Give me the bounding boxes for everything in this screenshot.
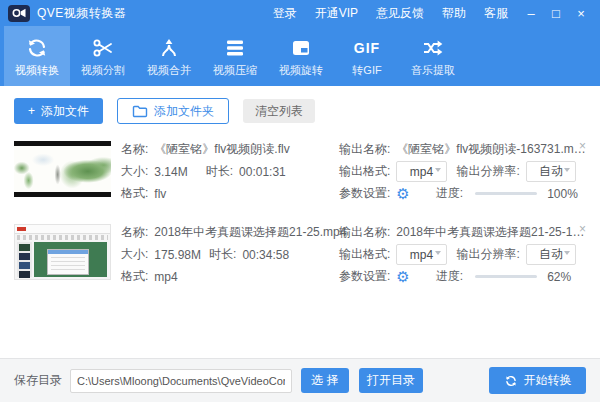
tab-label: 视频合并 xyxy=(147,63,191,78)
feedback-link[interactable]: 意见反馈 xyxy=(376,5,424,22)
progress-bar xyxy=(475,275,537,278)
save-dir-input[interactable] xyxy=(70,369,292,393)
app-window: QVE视频转换器 登录 开通VIP 意见反馈 帮助 客服 – □ × 视频转换 xyxy=(0,0,600,402)
vip-link[interactable]: 开通VIP xyxy=(315,5,358,22)
params-label: 参数设置: xyxy=(339,185,390,202)
file-size: 3.14M xyxy=(154,165,187,179)
tab-label: 视频压缩 xyxy=(213,63,257,78)
close-button[interactable]: × xyxy=(570,6,592,21)
file-size: 175.98M xyxy=(154,248,201,262)
tab-label: 视频分割 xyxy=(81,63,125,78)
tab-label: 视频旋转 xyxy=(279,63,323,78)
save-dir-label: 保存目录 xyxy=(14,372,62,389)
start-convert-button[interactable]: 开始转换 xyxy=(489,367,586,394)
size-label: 大小: xyxy=(121,163,148,180)
gif-icon: GIF xyxy=(354,35,380,61)
rotate-icon xyxy=(289,35,313,61)
output-format-label: 输出格式: xyxy=(339,246,390,263)
file-format: mp4 xyxy=(154,270,177,284)
progress-value: 100% xyxy=(547,187,578,201)
tab-music-extract[interactable]: 音乐提取 xyxy=(400,26,466,86)
merge-icon xyxy=(157,35,181,61)
output-name: 2018年中考真题课选择题21-25-16... xyxy=(396,224,586,241)
file-output-info: 输出名称: 2018年中考真题课选择题21-25-16... 输出格式: mp4… xyxy=(339,224,586,290)
size-label: 大小: xyxy=(121,246,148,263)
output-format-dropdown[interactable]: mp4 xyxy=(396,161,446,182)
output-name-label: 输出名称: xyxy=(339,224,390,241)
remove-file-icon[interactable]: × xyxy=(577,220,588,238)
shuffle-icon xyxy=(421,35,445,61)
clear-list-button[interactable]: 清空列表 xyxy=(243,99,315,123)
output-format-dropdown[interactable]: mp4 xyxy=(396,244,446,265)
format-label: 格式: xyxy=(121,185,148,202)
compress-icon xyxy=(223,35,247,61)
app-title: QVE视频转换器 xyxy=(37,5,126,22)
file-list: 名称: 《陋室铭》flv视频朗读.flv 大小: 3.14M 时长: 00:01… xyxy=(0,141,600,290)
support-link[interactable]: 客服 xyxy=(484,5,508,22)
tab-label: 转GIF xyxy=(352,63,381,78)
maximize-button[interactable]: □ xyxy=(545,6,567,21)
add-folder-button[interactable]: 添加文件夹 xyxy=(117,98,229,124)
duration-label: 时长: xyxy=(209,246,236,263)
scissors-icon xyxy=(91,35,115,61)
progress-bar xyxy=(475,192,537,195)
file-row: 名称: 2018年中考真题课选择题21-25.mp4 大小: 175.98M 时… xyxy=(14,224,586,290)
chevron-down-icon xyxy=(564,251,570,255)
help-link[interactable]: 帮助 xyxy=(442,5,466,22)
sync-icon xyxy=(504,374,518,388)
output-format-label: 输出格式: xyxy=(339,163,390,180)
output-name: 《陋室铭》flv视频朗读-163731.mp4 xyxy=(396,141,586,158)
tab-video-compress[interactable]: 视频压缩 xyxy=(202,26,268,86)
file-duration: 00:34:58 xyxy=(242,248,289,262)
actions-row: + 添加文件 添加文件夹 清空列表 xyxy=(0,86,600,124)
name-label: 名称: xyxy=(121,224,148,241)
file-format: flv xyxy=(154,187,166,201)
add-file-button[interactable]: + 添加文件 xyxy=(14,98,103,124)
output-resolution-label: 输出分辨率: xyxy=(457,246,520,263)
login-link[interactable]: 登录 xyxy=(273,5,297,22)
titlebar: QVE视频转换器 登录 开通VIP 意见反馈 帮助 客服 – □ × xyxy=(0,0,600,26)
tab-label: 视频转换 xyxy=(15,63,59,78)
output-resolution-dropdown[interactable]: 自动 xyxy=(526,161,576,182)
file-info: 名称: 《陋室铭》flv视频朗读.flv 大小: 3.14M 时长: 00:01… xyxy=(121,141,339,207)
params-label: 参数设置: xyxy=(339,268,390,285)
file-info: 名称: 2018年中考真题课选择题21-25.mp4 大小: 175.98M 时… xyxy=(121,224,339,290)
output-resolution-dropdown[interactable]: 自动 xyxy=(526,244,576,265)
tab-label: 音乐提取 xyxy=(411,63,455,78)
file-name: 《陋室铭》flv视频朗读.flv xyxy=(154,141,289,158)
chevron-down-icon xyxy=(435,168,441,172)
remove-file-icon[interactable]: × xyxy=(577,137,588,155)
format-label: 格式: xyxy=(121,268,148,285)
file-output-info: 输出名称: 《陋室铭》flv视频朗读-163731.mp4 输出格式: mp4 … xyxy=(339,141,586,207)
gear-icon[interactable]: ⚙ xyxy=(396,269,409,284)
output-resolution-label: 输出分辨率: xyxy=(457,163,520,180)
tab-video-convert[interactable]: 视频转换 xyxy=(4,26,70,86)
folder-icon xyxy=(132,105,148,118)
file-thumbnail xyxy=(14,224,111,280)
duration-label: 时长: xyxy=(206,163,233,180)
progress-label: 进度: xyxy=(436,268,463,285)
tab-video-split[interactable]: 视频分割 xyxy=(70,26,136,86)
tab-video-merge[interactable]: 视频合并 xyxy=(136,26,202,86)
tab-video-rotate[interactable]: 视频旋转 xyxy=(268,26,334,86)
footer-bar: 保存目录 选 择 打开目录 开始转换 xyxy=(0,358,600,402)
app-logo-icon xyxy=(8,5,30,22)
minimize-button[interactable]: – xyxy=(520,6,542,21)
plus-icon: + xyxy=(28,104,35,118)
progress-value: 62% xyxy=(547,270,571,284)
sync-icon xyxy=(25,35,49,61)
file-thumbnail xyxy=(14,141,111,197)
open-dir-button[interactable]: 打开目录 xyxy=(359,368,423,393)
file-row: 名称: 《陋室铭》flv视频朗读.flv 大小: 3.14M 时长: 00:01… xyxy=(14,141,586,207)
chevron-down-icon xyxy=(435,251,441,255)
chevron-down-icon xyxy=(564,168,570,172)
tab-to-gif[interactable]: GIF 转GIF xyxy=(334,26,400,86)
output-name-label: 输出名称: xyxy=(339,141,390,158)
file-name: 2018年中考真题课选择题21-25.mp4 xyxy=(154,224,346,241)
toolbar: 视频转换 视频分割 视频合并 xyxy=(0,26,600,86)
name-label: 名称: xyxy=(121,141,148,158)
choose-dir-button[interactable]: 选 择 xyxy=(301,368,349,393)
gear-icon[interactable]: ⚙ xyxy=(396,186,409,201)
progress-label: 进度: xyxy=(436,185,463,202)
file-duration: 00:01:31 xyxy=(239,165,286,179)
